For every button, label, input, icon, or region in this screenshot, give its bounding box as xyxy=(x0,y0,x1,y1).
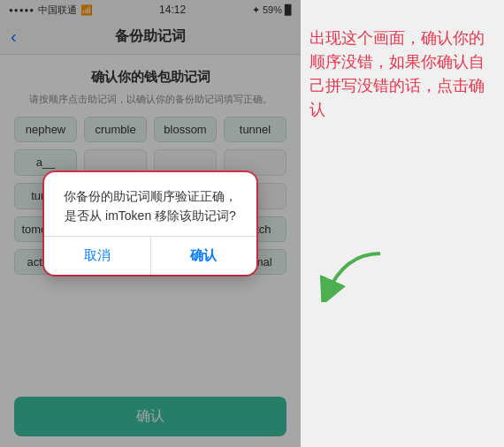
annotation-text: 出现这个画面，确认你的顺序没错，如果你确认自己拼写没错的话，点击确认 xyxy=(309,27,493,122)
modal-cancel-button[interactable]: 取消 xyxy=(44,237,151,275)
modal-dialog: 你备份的助记词顺序验证正确，是否从 imToken 移除该助记词? 取消 确认 xyxy=(44,172,256,276)
modal-confirm-button[interactable]: 确认 xyxy=(151,237,257,275)
annotation-area: 出现这个画面，确认你的顺序没错，如果你确认自己拼写没错的话，点击确认 xyxy=(301,0,504,447)
modal-overlay: 你备份的助记词顺序验证正确，是否从 imToken 移除该助记词? 取消 确认 xyxy=(0,0,301,447)
modal-highlight: 你备份的助记词顺序验证正确，是否从 imToken 移除该助记词? 取消 确认 xyxy=(42,170,258,277)
modal-buttons: 取消 确认 xyxy=(44,237,256,275)
modal-message: 你备份的助记词顺序验证正确，是否从 imToken 移除该助记词? xyxy=(60,186,241,226)
green-arrow-icon xyxy=(318,249,389,302)
phone-mockup: ●●●●● 中国联通 📶 14:12 ✦ 59% ▉ ‹ 备份助记词 确认你的钱… xyxy=(0,0,301,447)
modal-content: 你备份的助记词顺序验证正确，是否从 imToken 移除该助记词? xyxy=(44,172,256,237)
arrow-container xyxy=(318,249,389,306)
